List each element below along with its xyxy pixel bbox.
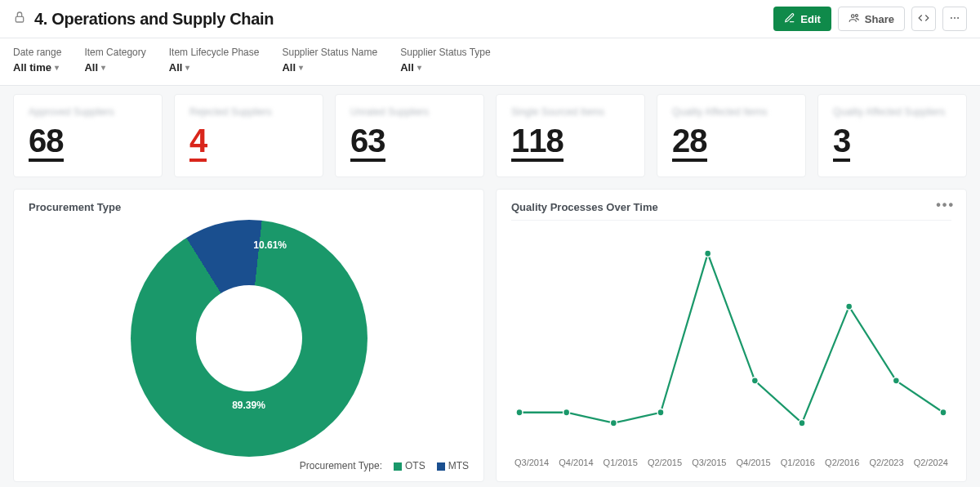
- swatch-icon: [437, 462, 445, 471]
- legend-title: Procurement Type:: [300, 460, 382, 471]
- x-tick-label: Q4/2015: [736, 458, 770, 467]
- svg-point-1: [851, 14, 854, 17]
- filter-dropdown-date-range[interactable]: All time ▾: [13, 61, 61, 74]
- donut-chart-card: Procurement Type 10.61% 89.39% Procureme…: [13, 189, 484, 482]
- x-tick-label: Q4/2014: [559, 458, 593, 467]
- x-tick-label: Q2/2023: [869, 458, 903, 467]
- metric-label: Quality Affected Items: [672, 106, 791, 118]
- filter-label: Item Category: [84, 47, 145, 58]
- share-button-label: Share: [865, 13, 894, 25]
- line-chart-card: ••• Quality Processes Over Time Q3/2014Q…: [496, 189, 967, 482]
- metric-card[interactable]: Quality Affected Suppliers 3: [817, 94, 967, 177]
- filter-dropdown-supplier-status-name[interactable]: All ▾: [282, 61, 377, 74]
- filter-date-range: Date range All time ▾: [13, 47, 61, 74]
- svg-point-5: [957, 17, 959, 19]
- svg-point-14: [893, 378, 899, 384]
- lock-icon: [13, 11, 26, 27]
- more-horizontal-icon: •••: [936, 198, 955, 212]
- edit-button[interactable]: Edit: [773, 7, 831, 31]
- page-title: 4. Operations and Supply Chain: [34, 10, 274, 29]
- filter-value-text: All: [282, 61, 296, 74]
- legend-label: MTS: [448, 460, 469, 471]
- chevron-down-icon: ▾: [185, 63, 189, 72]
- metric-label: Unrated Suppliers: [350, 106, 469, 118]
- filter-dropdown-supplier-status-type[interactable]: All ▾: [400, 61, 491, 74]
- x-tick-label: Q3/2015: [692, 458, 726, 467]
- chevron-down-icon: ▾: [299, 63, 303, 72]
- svg-point-9: [657, 409, 664, 416]
- svg-point-7: [564, 409, 570, 416]
- chart-menu-button[interactable]: •••: [936, 198, 955, 212]
- metric-value: 68: [29, 124, 64, 162]
- svg-point-13: [846, 303, 853, 310]
- svg-point-2: [855, 14, 858, 16]
- metric-label: Approved Suppliers: [29, 106, 147, 118]
- x-tick-label: Q2/2024: [914, 458, 948, 467]
- svg-point-10: [705, 250, 711, 257]
- metric-card[interactable]: Rejected Suppliers 4: [174, 94, 323, 177]
- filter-supplier-status-type: Supplier Status Type All ▾: [400, 47, 491, 74]
- metric-value: 63: [350, 124, 385, 162]
- legend-item-mts[interactable]: MTS: [437, 460, 469, 471]
- donut-slice-label-mts: 10.61%: [253, 239, 287, 251]
- share-button[interactable]: Share: [838, 7, 905, 31]
- pencil-icon: [784, 12, 795, 26]
- charts-row: Procurement Type 10.61% 89.39% Procureme…: [0, 177, 980, 487]
- filter-value-text: All: [84, 61, 98, 74]
- metrics-row: Approved Suppliers 68 Rejected Suppliers…: [0, 86, 980, 177]
- legend-item-ots[interactable]: OTS: [394, 460, 425, 471]
- donut-chart-body[interactable]: 10.61% 89.39%: [131, 220, 368, 457]
- metric-card[interactable]: Unrated Suppliers 63: [335, 94, 484, 177]
- metric-card[interactable]: Approved Suppliers 68: [13, 94, 163, 177]
- page-header: 4. Operations and Supply Chain Edit Shar…: [0, 0, 980, 38]
- filter-dropdown-item-category[interactable]: All ▾: [84, 61, 145, 74]
- svg-point-11: [751, 378, 758, 384]
- svg-point-4: [954, 17, 956, 19]
- metric-value: 28: [672, 124, 707, 162]
- more-horizontal-icon: [949, 12, 960, 26]
- chevron-down-icon: ▾: [55, 63, 59, 72]
- filter-label: Supplier Status Type: [400, 47, 491, 58]
- filter-label: Date range: [13, 47, 61, 58]
- filter-value-text: All: [169, 61, 183, 74]
- chevron-down-icon: ▾: [101, 63, 105, 72]
- filter-lifecycle-phase: Item Lifecycle Phase All ▾: [169, 47, 260, 74]
- filter-supplier-status-name: Supplier Status Name All ▾: [282, 47, 377, 74]
- svg-point-6: [516, 409, 523, 416]
- svg-point-15: [940, 409, 947, 416]
- x-tick-label: Q1/2016: [781, 458, 815, 467]
- header-left: 4. Operations and Supply Chain: [13, 10, 274, 29]
- filter-label: Item Lifecycle Phase: [169, 47, 260, 58]
- chart-title: Quality Processes Over Time: [511, 201, 951, 213]
- donut-chart: 10.61% 89.39%: [29, 220, 469, 457]
- donut-legend: Procurement Type: OTS MTS: [29, 460, 469, 471]
- metric-label: Quality Affected Suppliers: [833, 106, 951, 118]
- metric-card[interactable]: Single Sourced Items 118: [496, 94, 645, 177]
- metric-value: 3: [833, 124, 850, 162]
- filter-item-category: Item Category All ▾: [84, 47, 145, 74]
- line-chart[interactable]: Q3/2014Q4/2014Q1/2015Q2/2015Q3/2015Q4/20…: [511, 220, 951, 467]
- header-actions: Edit Share: [773, 7, 967, 31]
- filter-dropdown-lifecycle-phase[interactable]: All ▾: [169, 61, 260, 74]
- filter-value-text: All time: [13, 61, 51, 74]
- x-tick-label: Q1/2015: [604, 458, 638, 467]
- legend-label: OTS: [405, 460, 425, 471]
- filter-bar: Date range All time ▾ Item Category All …: [0, 38, 980, 86]
- x-axis: Q3/2014Q4/2014Q1/2015Q2/2015Q3/2015Q4/20…: [511, 453, 951, 467]
- chevron-down-icon: ▾: [417, 63, 421, 72]
- edit-button-label: Edit: [800, 13, 821, 25]
- metric-label: Single Sourced Items: [511, 106, 630, 118]
- metric-card[interactable]: Quality Affected Items 28: [657, 94, 806, 177]
- donut-hole: [196, 285, 302, 391]
- people-icon: [849, 12, 860, 26]
- code-button[interactable]: [911, 7, 936, 31]
- x-tick-label: Q2/2015: [648, 458, 682, 467]
- chart-title: Procurement Type: [29, 201, 469, 213]
- more-button[interactable]: [942, 7, 967, 31]
- x-tick-label: Q3/2014: [514, 458, 549, 467]
- filter-label: Supplier Status Name: [282, 47, 377, 58]
- code-icon: [918, 12, 929, 26]
- swatch-icon: [394, 462, 402, 471]
- filter-value-text: All: [400, 61, 414, 74]
- svg-point-3: [951, 17, 952, 19]
